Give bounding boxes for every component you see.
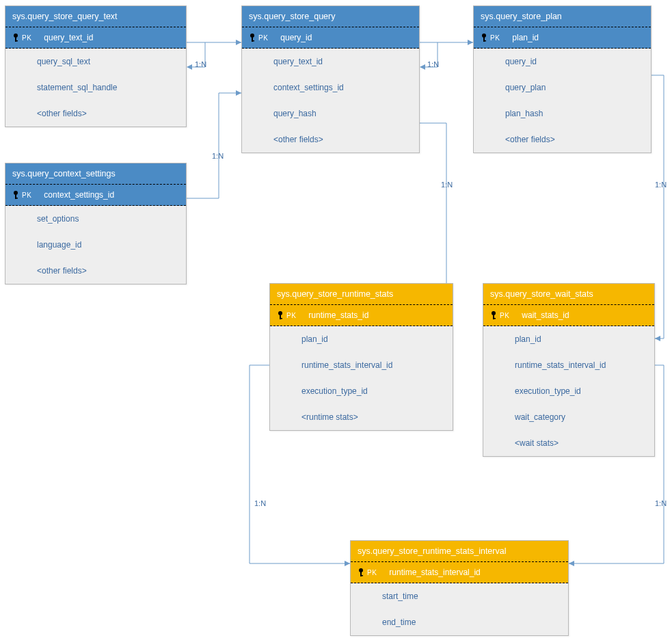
svg-marker-0 xyxy=(236,40,241,45)
entity-query-context-settings: sys.query_context_settings PK context_se… xyxy=(5,163,187,284)
key-icon xyxy=(277,310,284,320)
entity-title: sys.query_context_settings xyxy=(5,163,186,185)
rel-label: 1:N xyxy=(254,499,266,507)
entity-title: sys.query_store_runtime_stats xyxy=(270,284,453,305)
entity-title: sys.query_store_runtime_stats_interval xyxy=(351,541,568,562)
field: <wait stats> xyxy=(483,430,654,456)
field: query_sql_text xyxy=(5,49,186,75)
svg-rect-29 xyxy=(360,575,363,576)
pk-field: runtime_stats_id xyxy=(308,310,368,320)
rel-label: 1:N xyxy=(655,499,667,507)
pk-label: PK xyxy=(500,312,509,319)
field: <runtime stats> xyxy=(270,404,453,430)
svg-marker-8 xyxy=(569,561,574,566)
svg-rect-20 xyxy=(15,198,18,199)
field: end_time xyxy=(351,609,568,635)
field: plan_id xyxy=(270,326,453,352)
entity-title: sys.query_store_wait_stats xyxy=(483,284,654,305)
svg-marker-2 xyxy=(236,90,241,96)
svg-rect-14 xyxy=(252,40,254,42)
svg-marker-1 xyxy=(187,64,192,70)
field: execution_type_id xyxy=(270,378,453,404)
pk-row: PK plan_id xyxy=(474,27,651,49)
pk-row: PK query_text_id xyxy=(5,27,186,49)
svg-rect-17 xyxy=(483,40,486,42)
field: query_text_id xyxy=(242,49,419,75)
rel-label: 1:N xyxy=(441,181,453,189)
svg-marker-3 xyxy=(468,40,473,45)
rel-label: 1:N xyxy=(212,152,224,160)
key-icon xyxy=(481,33,487,42)
field: language_id xyxy=(5,232,186,258)
entity-query-store-query-text: sys.query_store_query_text PK query_text… xyxy=(5,5,187,127)
field: wait_category xyxy=(483,404,654,430)
pk-field: runtime_stats_interval_id xyxy=(389,568,480,577)
pk-row: PK wait_stats_id xyxy=(483,305,654,326)
svg-rect-23 xyxy=(280,318,282,319)
field: <other fields> xyxy=(242,127,419,152)
pk-field: query_id xyxy=(280,33,312,42)
pk-label: PK xyxy=(490,34,500,42)
field: execution_type_id xyxy=(483,378,654,404)
pk-row: PK query_id xyxy=(242,27,419,49)
field: <other fields> xyxy=(5,101,186,127)
field: query_plan xyxy=(474,75,651,101)
key-icon xyxy=(12,33,19,42)
entity-title: sys.query_store_plan xyxy=(474,6,651,27)
pk-field: plan_id xyxy=(512,33,539,42)
pk-field: context_settings_id xyxy=(44,190,114,200)
entity-title: sys.query_store_query xyxy=(242,6,419,27)
svg-marker-7 xyxy=(345,561,350,566)
pk-row: PK context_settings_id xyxy=(5,185,186,206)
entity-title: sys.query_store_query_text xyxy=(5,6,186,27)
key-icon xyxy=(358,568,364,577)
pk-label: PK xyxy=(258,34,268,42)
entity-query-store-runtime-stats-interval: sys.query_store_runtime_stats_interval P… xyxy=(350,540,569,636)
field: query_id xyxy=(474,49,651,75)
key-icon xyxy=(12,190,19,200)
field: query_hash xyxy=(242,101,419,127)
pk-label: PK xyxy=(22,191,31,199)
entity-query-store-plan: sys.query_store_plan PK plan_id query_id… xyxy=(473,5,651,153)
pk-label: PK xyxy=(22,34,31,42)
svg-marker-4 xyxy=(420,64,425,70)
key-icon xyxy=(249,33,256,42)
entity-query-store-wait-stats: sys.query_store_wait_stats PK wait_stats… xyxy=(483,283,655,457)
field: plan_id xyxy=(483,326,654,352)
pk-label: PK xyxy=(286,312,296,319)
field: runtime_stats_interval_id xyxy=(483,352,654,378)
field: start_time xyxy=(351,583,568,609)
pk-row: PK runtime_stats_interval_id xyxy=(351,562,568,583)
rel-label: 1:N xyxy=(195,60,206,68)
entity-query-store-runtime-stats: sys.query_store_runtime_stats PK runtime… xyxy=(269,283,453,431)
pk-label: PK xyxy=(367,569,377,576)
key-icon xyxy=(490,310,497,320)
field: <other fields> xyxy=(5,258,186,284)
field: <other fields> xyxy=(474,127,651,152)
svg-rect-26 xyxy=(493,318,496,319)
pk-row: PK runtime_stats_id xyxy=(270,305,453,326)
field: statement_sql_handle xyxy=(5,75,186,101)
field: context_settings_id xyxy=(242,75,419,101)
field: set_options xyxy=(5,206,186,232)
svg-marker-6 xyxy=(655,336,660,341)
svg-rect-11 xyxy=(15,40,18,42)
rel-label: 1:N xyxy=(427,60,439,68)
field: runtime_stats_interval_id xyxy=(270,352,453,378)
pk-field: query_text_id xyxy=(44,33,93,42)
rel-label: 1:N xyxy=(655,181,667,189)
entity-query-store-query: sys.query_store_query PK query_id query_… xyxy=(241,5,420,153)
field: plan_hash xyxy=(474,101,651,127)
pk-field: wait_stats_id xyxy=(522,310,569,320)
